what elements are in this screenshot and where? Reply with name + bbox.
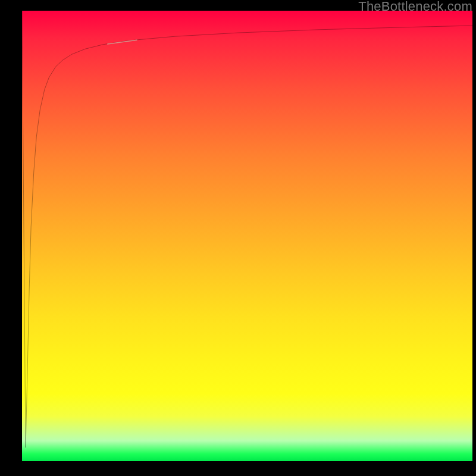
chart-frame: TheBottleneck.com [0, 0, 476, 476]
plot-background-gradient [22, 11, 472, 461]
watermark-text: TheBottleneck.com [358, 0, 472, 14]
